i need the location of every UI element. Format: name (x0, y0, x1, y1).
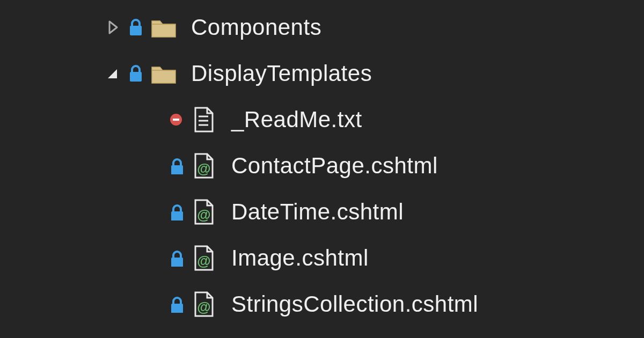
text-file-icon (188, 106, 219, 134)
tree-file-datetime[interactable]: DateTime.cshtml (0, 189, 644, 235)
tree-item-label: ContactPage.cshtml (231, 153, 438, 179)
folder-icon (148, 61, 179, 86)
tree-file-readme[interactable]: _ReadMe.txt (0, 97, 644, 143)
razor-file-icon (188, 244, 219, 272)
chevron-down-icon[interactable] (102, 65, 123, 82)
tree-item-label: Image.cshtml (231, 245, 369, 271)
chevron-right-icon[interactable] (102, 19, 123, 35)
tree-item-label: _ReadMe.txt (231, 107, 362, 133)
tree-file-contactpage[interactable]: ContactPage.cshtml (0, 143, 644, 189)
tree-folder-components[interactable]: Components (0, 4, 644, 50)
lock-icon (123, 64, 148, 83)
razor-file-icon (188, 198, 219, 226)
tree-item-label: DisplayTemplates (191, 61, 372, 86)
tree-item-label: DateTime.cshtml (231, 199, 404, 225)
tree-folder-displaytemplates[interactable]: DisplayTemplates (0, 50, 644, 97)
folder-icon (148, 15, 179, 40)
lock-icon (123, 18, 148, 37)
tree-file-stringscollection[interactable]: StringsCollection.cshtml (0, 281, 644, 327)
lock-icon (164, 249, 188, 267)
tree-item-label: StringsCollection.cshtml (231, 291, 478, 317)
lock-icon (164, 296, 188, 313)
blocked-icon (164, 114, 188, 126)
razor-file-icon (188, 152, 219, 180)
lock-icon (164, 203, 188, 221)
tree-item-label: Components (191, 14, 321, 40)
solution-explorer-tree: Components DisplayTemplates _ReadMe.txt (0, 0, 644, 327)
tree-file-image[interactable]: Image.cshtml (0, 235, 644, 281)
lock-icon (164, 157, 188, 174)
razor-file-icon (188, 290, 219, 318)
